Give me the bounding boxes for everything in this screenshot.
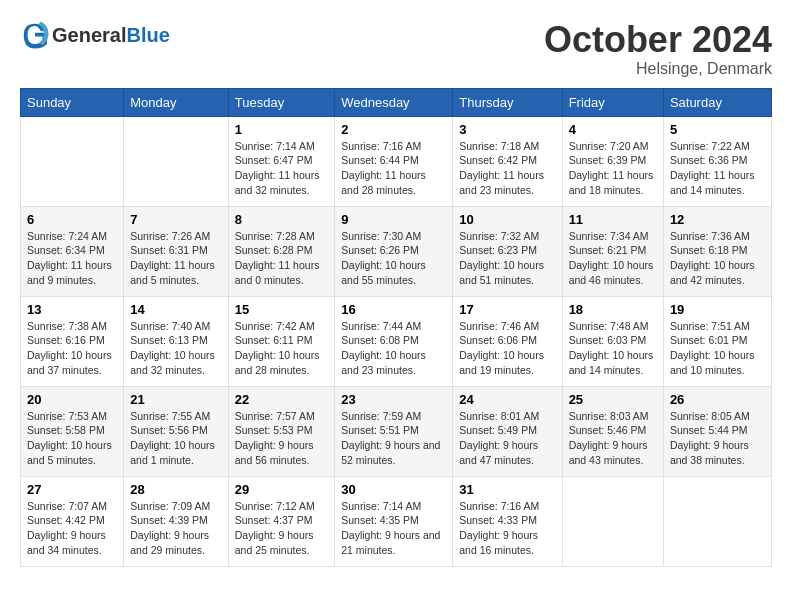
page-header: GeneralBlue October 2024 Helsinge, Denma…	[20, 20, 772, 78]
day-number: 2	[341, 122, 446, 137]
empty-cell	[663, 476, 771, 566]
day-number: 15	[235, 302, 328, 317]
day-info: Sunrise: 7:22 AMSunset: 6:36 PMDaylight:…	[670, 139, 765, 198]
day-number: 6	[27, 212, 117, 227]
day-number: 27	[27, 482, 117, 497]
day-info: Sunrise: 7:36 AMSunset: 6:18 PMDaylight:…	[670, 229, 765, 288]
day-info: Sunrise: 7:32 AMSunset: 6:23 PMDaylight:…	[459, 229, 555, 288]
day-number: 4	[569, 122, 657, 137]
week-row-4: 20Sunrise: 7:53 AMSunset: 5:58 PMDayligh…	[21, 386, 772, 476]
day-number: 11	[569, 212, 657, 227]
day-number: 20	[27, 392, 117, 407]
day-info: Sunrise: 7:46 AMSunset: 6:06 PMDaylight:…	[459, 319, 555, 378]
day-info: Sunrise: 7:28 AMSunset: 6:28 PMDaylight:…	[235, 229, 328, 288]
day-cell-25: 25Sunrise: 8:03 AMSunset: 5:46 PMDayligh…	[562, 386, 663, 476]
logo: GeneralBlue	[20, 20, 170, 50]
day-info: Sunrise: 7:20 AMSunset: 6:39 PMDaylight:…	[569, 139, 657, 198]
month-title: October 2024	[544, 20, 772, 60]
day-number: 19	[670, 302, 765, 317]
day-number: 16	[341, 302, 446, 317]
weekday-header-friday: Friday	[562, 88, 663, 116]
day-number: 8	[235, 212, 328, 227]
day-number: 21	[130, 392, 222, 407]
day-cell-30: 30Sunrise: 7:14 AMSunset: 4:35 PMDayligh…	[335, 476, 453, 566]
day-info: Sunrise: 7:38 AMSunset: 6:16 PMDaylight:…	[27, 319, 117, 378]
logo-icon	[20, 20, 50, 50]
day-info: Sunrise: 7:40 AMSunset: 6:13 PMDaylight:…	[130, 319, 222, 378]
day-number: 17	[459, 302, 555, 317]
day-cell-7: 7Sunrise: 7:26 AMSunset: 6:31 PMDaylight…	[124, 206, 229, 296]
weekday-header-wednesday: Wednesday	[335, 88, 453, 116]
day-info: Sunrise: 7:51 AMSunset: 6:01 PMDaylight:…	[670, 319, 765, 378]
day-info: Sunrise: 8:03 AMSunset: 5:46 PMDaylight:…	[569, 409, 657, 468]
day-cell-24: 24Sunrise: 8:01 AMSunset: 5:49 PMDayligh…	[453, 386, 562, 476]
week-row-2: 6Sunrise: 7:24 AMSunset: 6:34 PMDaylight…	[21, 206, 772, 296]
day-number: 31	[459, 482, 555, 497]
day-info: Sunrise: 7:18 AMSunset: 6:42 PMDaylight:…	[459, 139, 555, 198]
empty-cell	[124, 116, 229, 206]
day-cell-19: 19Sunrise: 7:51 AMSunset: 6:01 PMDayligh…	[663, 296, 771, 386]
day-number: 30	[341, 482, 446, 497]
day-number: 12	[670, 212, 765, 227]
day-cell-1: 1Sunrise: 7:14 AMSunset: 6:47 PMDaylight…	[228, 116, 334, 206]
day-cell-26: 26Sunrise: 8:05 AMSunset: 5:44 PMDayligh…	[663, 386, 771, 476]
day-info: Sunrise: 7:42 AMSunset: 6:11 PMDaylight:…	[235, 319, 328, 378]
day-number: 28	[130, 482, 222, 497]
day-number: 25	[569, 392, 657, 407]
day-info: Sunrise: 7:48 AMSunset: 6:03 PMDaylight:…	[569, 319, 657, 378]
title-area: October 2024 Helsinge, Denmark	[544, 20, 772, 78]
weekday-header-monday: Monday	[124, 88, 229, 116]
day-cell-10: 10Sunrise: 7:32 AMSunset: 6:23 PMDayligh…	[453, 206, 562, 296]
day-number: 26	[670, 392, 765, 407]
day-info: Sunrise: 7:57 AMSunset: 5:53 PMDaylight:…	[235, 409, 328, 468]
day-cell-8: 8Sunrise: 7:28 AMSunset: 6:28 PMDaylight…	[228, 206, 334, 296]
day-info: Sunrise: 7:30 AMSunset: 6:26 PMDaylight:…	[341, 229, 446, 288]
day-cell-14: 14Sunrise: 7:40 AMSunset: 6:13 PMDayligh…	[124, 296, 229, 386]
day-info: Sunrise: 7:12 AMSunset: 4:37 PMDaylight:…	[235, 499, 328, 558]
day-number: 24	[459, 392, 555, 407]
day-number: 14	[130, 302, 222, 317]
day-cell-23: 23Sunrise: 7:59 AMSunset: 5:51 PMDayligh…	[335, 386, 453, 476]
week-row-1: 1Sunrise: 7:14 AMSunset: 6:47 PMDaylight…	[21, 116, 772, 206]
week-row-5: 27Sunrise: 7:07 AMSunset: 4:42 PMDayligh…	[21, 476, 772, 566]
day-cell-21: 21Sunrise: 7:55 AMSunset: 5:56 PMDayligh…	[124, 386, 229, 476]
day-number: 3	[459, 122, 555, 137]
day-cell-15: 15Sunrise: 7:42 AMSunset: 6:11 PMDayligh…	[228, 296, 334, 386]
day-cell-31: 31Sunrise: 7:16 AMSunset: 4:33 PMDayligh…	[453, 476, 562, 566]
logo-text: GeneralBlue	[52, 24, 170, 47]
day-info: Sunrise: 7:14 AMSunset: 4:35 PMDaylight:…	[341, 499, 446, 558]
day-info: Sunrise: 7:16 AMSunset: 6:44 PMDaylight:…	[341, 139, 446, 198]
day-info: Sunrise: 7:55 AMSunset: 5:56 PMDaylight:…	[130, 409, 222, 468]
day-cell-22: 22Sunrise: 7:57 AMSunset: 5:53 PMDayligh…	[228, 386, 334, 476]
day-cell-6: 6Sunrise: 7:24 AMSunset: 6:34 PMDaylight…	[21, 206, 124, 296]
day-cell-12: 12Sunrise: 7:36 AMSunset: 6:18 PMDayligh…	[663, 206, 771, 296]
location: Helsinge, Denmark	[544, 60, 772, 78]
day-cell-20: 20Sunrise: 7:53 AMSunset: 5:58 PMDayligh…	[21, 386, 124, 476]
day-info: Sunrise: 8:05 AMSunset: 5:44 PMDaylight:…	[670, 409, 765, 468]
week-row-3: 13Sunrise: 7:38 AMSunset: 6:16 PMDayligh…	[21, 296, 772, 386]
day-number: 7	[130, 212, 222, 227]
calendar-table: SundayMondayTuesdayWednesdayThursdayFrid…	[20, 88, 772, 567]
day-info: Sunrise: 7:09 AMSunset: 4:39 PMDaylight:…	[130, 499, 222, 558]
day-cell-18: 18Sunrise: 7:48 AMSunset: 6:03 PMDayligh…	[562, 296, 663, 386]
day-number: 10	[459, 212, 555, 227]
day-number: 29	[235, 482, 328, 497]
weekday-header-sunday: Sunday	[21, 88, 124, 116]
day-cell-2: 2Sunrise: 7:16 AMSunset: 6:44 PMDaylight…	[335, 116, 453, 206]
day-cell-13: 13Sunrise: 7:38 AMSunset: 6:16 PMDayligh…	[21, 296, 124, 386]
empty-cell	[562, 476, 663, 566]
day-cell-11: 11Sunrise: 7:34 AMSunset: 6:21 PMDayligh…	[562, 206, 663, 296]
day-cell-3: 3Sunrise: 7:18 AMSunset: 6:42 PMDaylight…	[453, 116, 562, 206]
day-cell-9: 9Sunrise: 7:30 AMSunset: 6:26 PMDaylight…	[335, 206, 453, 296]
day-info: Sunrise: 7:26 AMSunset: 6:31 PMDaylight:…	[130, 229, 222, 288]
day-cell-29: 29Sunrise: 7:12 AMSunset: 4:37 PMDayligh…	[228, 476, 334, 566]
empty-cell	[21, 116, 124, 206]
day-cell-16: 16Sunrise: 7:44 AMSunset: 6:08 PMDayligh…	[335, 296, 453, 386]
day-number: 23	[341, 392, 446, 407]
day-info: Sunrise: 7:59 AMSunset: 5:51 PMDaylight:…	[341, 409, 446, 468]
day-cell-5: 5Sunrise: 7:22 AMSunset: 6:36 PMDaylight…	[663, 116, 771, 206]
day-info: Sunrise: 7:14 AMSunset: 6:47 PMDaylight:…	[235, 139, 328, 198]
weekday-header-saturday: Saturday	[663, 88, 771, 116]
day-info: Sunrise: 7:07 AMSunset: 4:42 PMDaylight:…	[27, 499, 117, 558]
weekday-header-thursday: Thursday	[453, 88, 562, 116]
